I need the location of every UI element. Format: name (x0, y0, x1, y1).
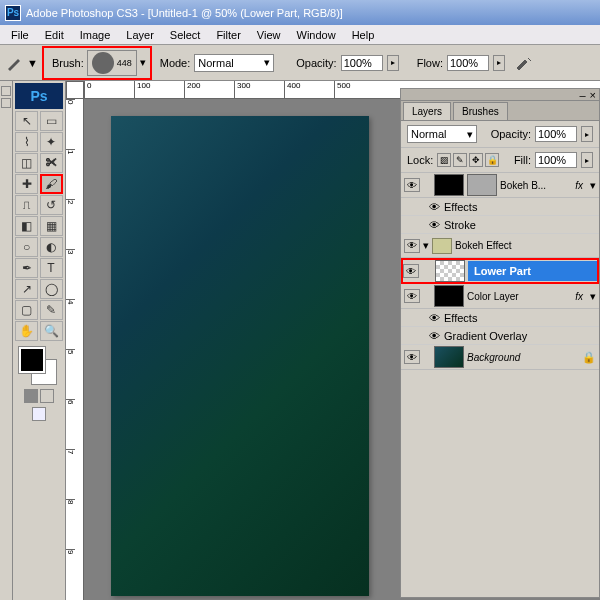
visibility-toggle[interactable]: 👁 (404, 289, 420, 303)
layer-thumbnail[interactable] (434, 285, 464, 307)
effect-row[interactable]: 👁Effects (401, 309, 599, 327)
effect-row[interactable]: 👁Effects (401, 198, 599, 216)
pen-tool[interactable]: ✒ (15, 258, 38, 278)
layer-thumbnail[interactable] (434, 346, 464, 368)
menu-window[interactable]: Window (289, 27, 344, 43)
effect-row[interactable]: 👁Stroke (401, 216, 599, 234)
foreground-color-swatch[interactable] (19, 347, 45, 373)
mask-thumbnail[interactable] (467, 174, 497, 196)
ruler-tick: 300 (234, 81, 284, 98)
layer-row-highlighted[interactable]: 👁 Lower Part (401, 258, 599, 284)
layer-opacity-input[interactable]: 100% (535, 126, 577, 142)
layer-row[interactable]: 👁 Bokeh B... fx▾ (401, 173, 599, 198)
flow-slider-button[interactable]: ▸ (493, 55, 505, 71)
blend-mode-select[interactable]: Normal ▾ (407, 125, 477, 143)
lock-transparency-icon[interactable]: ▨ (437, 153, 451, 167)
fx-badge[interactable]: fx (575, 180, 583, 191)
document-canvas[interactable] (111, 116, 369, 596)
menu-select[interactable]: Select (162, 27, 209, 43)
stamp-tool[interactable]: ⎍ (15, 195, 38, 215)
opacity-input[interactable]: 100% (341, 55, 383, 71)
lasso-tool[interactable]: ⌇ (15, 132, 38, 152)
move-tool[interactable]: ↖ (15, 111, 38, 131)
wand-tool[interactable]: ✦ (40, 132, 63, 152)
tab-layers[interactable]: Layers (403, 102, 451, 120)
chevron-down-icon[interactable]: ▾ (140, 56, 146, 69)
menu-file[interactable]: File (3, 27, 37, 43)
airbrush-icon[interactable] (515, 54, 535, 72)
ruler-tick: 2 (66, 199, 75, 249)
eye-icon[interactable]: 👁 (429, 219, 440, 231)
expand-icon[interactable]: ▾ (590, 290, 596, 303)
menu-bar: File Edit Image Layer Select Filter View… (0, 25, 600, 45)
ruler-tick: 500 (334, 81, 384, 98)
layer-name: Background (467, 352, 579, 363)
blur-tool[interactable]: ○ (15, 237, 38, 257)
expand-icon[interactable]: ▾ (590, 179, 596, 192)
ps-logo: Ps (15, 83, 63, 109)
eraser-tool[interactable]: ◧ (15, 216, 38, 236)
eye-icon[interactable]: 👁 (429, 201, 440, 213)
layer-row[interactable]: 👁 Background 🔒 (401, 345, 599, 370)
gradient-tool[interactable]: ▦ (40, 216, 63, 236)
app-icon: Ps (5, 5, 21, 21)
eye-icon[interactable]: 👁 (429, 330, 440, 342)
flow-input[interactable]: 100% (447, 55, 489, 71)
menu-edit[interactable]: Edit (37, 27, 72, 43)
effect-row[interactable]: 👁Gradient Overlay (401, 327, 599, 345)
lock-image-icon[interactable]: ✎ (453, 153, 467, 167)
mode-select[interactable]: Normal ▾ (194, 54, 274, 72)
dock-button[interactable] (1, 98, 11, 108)
brush-size-value: 448 (117, 58, 132, 68)
lock-all-icon[interactable]: 🔒 (485, 153, 499, 167)
menu-layer[interactable]: Layer (118, 27, 162, 43)
visibility-toggle[interactable]: 👁 (404, 350, 420, 364)
menu-filter[interactable]: Filter (208, 27, 248, 43)
slice-tool[interactable]: ✀ (40, 153, 63, 173)
dock-button[interactable] (1, 86, 11, 96)
disclosure-icon[interactable]: ▾ (423, 239, 429, 252)
lock-position-icon[interactable]: ✥ (469, 153, 483, 167)
lock-label: Lock: (407, 154, 433, 166)
opacity-slider-button[interactable]: ▸ (581, 126, 593, 142)
menu-view[interactable]: View (249, 27, 289, 43)
path-tool[interactable]: ↗ (15, 279, 38, 299)
ruler-tick: 200 (184, 81, 234, 98)
menu-help[interactable]: Help (344, 27, 383, 43)
brush-preview[interactable]: 448 (87, 50, 137, 76)
visibility-toggle[interactable]: 👁 (404, 239, 420, 253)
tab-brushes[interactable]: Brushes (453, 102, 508, 120)
visibility-toggle[interactable]: 👁 (403, 264, 419, 278)
screen-mode-button[interactable] (32, 407, 46, 421)
menu-image[interactable]: Image (72, 27, 119, 43)
marquee-tool[interactable]: ▭ (40, 111, 63, 131)
dropdown-icon[interactable]: ▼ (27, 57, 38, 69)
layer-thumbnail[interactable] (434, 174, 464, 196)
visibility-toggle[interactable]: 👁 (404, 178, 420, 192)
close-icon[interactable]: × (590, 89, 596, 101)
eyedropper-tool[interactable]: ✎ (40, 300, 63, 320)
crop-tool[interactable]: ◫ (15, 153, 38, 173)
notes-tool[interactable]: ▢ (15, 300, 38, 320)
layer-row[interactable]: 👁 Color Layer fx▾ (401, 284, 599, 309)
eye-icon[interactable]: 👁 (429, 312, 440, 324)
dodge-tool[interactable]: ◐ (40, 237, 63, 257)
fill-input[interactable]: 100% (535, 152, 577, 168)
type-tool[interactable]: T (40, 258, 63, 278)
quickmask-mode-button[interactable] (40, 389, 54, 403)
standard-mode-button[interactable] (24, 389, 38, 403)
layer-name: Bokeh B... (500, 180, 572, 191)
shape-tool[interactable]: ◯ (40, 279, 63, 299)
panel-controls: – × (401, 89, 599, 101)
heal-tool[interactable]: ✚ (15, 174, 38, 194)
fill-slider-button[interactable]: ▸ (581, 152, 593, 168)
opacity-slider-button[interactable]: ▸ (387, 55, 399, 71)
layer-group-row[interactable]: 👁 ▾ Bokeh Effect (401, 234, 599, 258)
zoom-tool[interactable]: 🔍 (40, 321, 63, 341)
minimize-icon[interactable]: – (579, 89, 585, 101)
hand-tool[interactable]: ✋ (15, 321, 38, 341)
layer-thumbnail[interactable] (435, 260, 465, 282)
fx-badge[interactable]: fx (575, 291, 583, 302)
brush-tool[interactable]: 🖌 (40, 174, 63, 194)
history-brush-tool[interactable]: ↺ (40, 195, 63, 215)
